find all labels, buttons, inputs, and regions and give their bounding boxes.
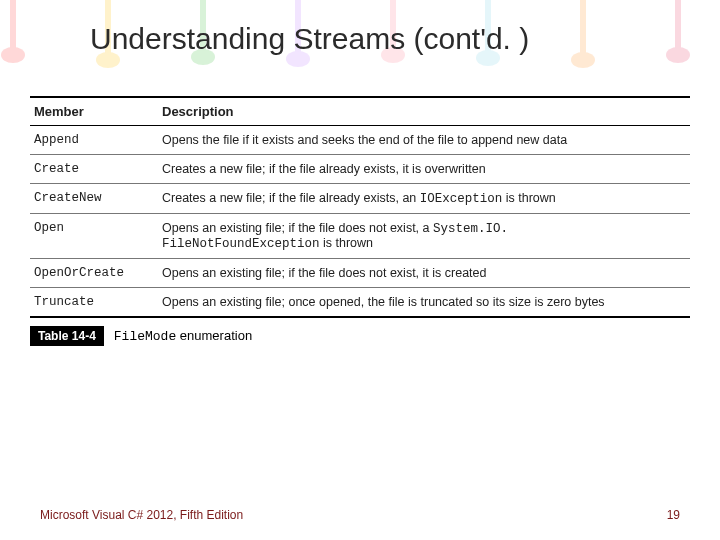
caption-text: FileMode enumeration [114, 328, 252, 344]
cell-member: Append [30, 126, 158, 155]
cell-description: Creates a new file; if the file already … [158, 184, 690, 214]
enumeration-table: Member Description Append Opens the file… [30, 96, 690, 346]
svg-point-1 [1, 47, 25, 63]
cell-member: Truncate [30, 288, 158, 318]
page-number: 19 [667, 508, 680, 522]
footer-left: Microsoft Visual C# 2012, Fifth Edition [40, 508, 243, 522]
slide-footer: Microsoft Visual C# 2012, Fifth Edition … [40, 508, 680, 522]
table-row: Open Opens an existing file; if the file… [30, 214, 690, 259]
col-header-member: Member [30, 97, 158, 126]
cell-description: Opens an existing file; if the file does… [158, 214, 690, 259]
cell-member: Create [30, 155, 158, 184]
cell-member: CreateNew [30, 184, 158, 214]
table-row: Truncate Opens an existing file; once op… [30, 288, 690, 318]
table-row: Append Opens the file if it exists and s… [30, 126, 690, 155]
cell-description: Opens an existing file; if the file does… [158, 259, 690, 288]
cell-member: Open [30, 214, 158, 259]
svg-rect-0 [10, 0, 16, 50]
col-header-description: Description [158, 97, 690, 126]
table-caption: Table 14-4 FileMode enumeration [30, 326, 690, 346]
cell-member: OpenOrCreate [30, 259, 158, 288]
table-row: CreateNew Creates a new file; if the fil… [30, 184, 690, 214]
cell-description: Creates a new file; if the file already … [158, 155, 690, 184]
table-row: Create Creates a new file; if the file a… [30, 155, 690, 184]
table-row: OpenOrCreate Opens an existing file; if … [30, 259, 690, 288]
cell-description: Opens an existing file; once opened, the… [158, 288, 690, 318]
cell-description: Opens the file if it exists and seeks th… [158, 126, 690, 155]
caption-badge: Table 14-4 [30, 326, 104, 346]
slide-title: Understanding Streams (cont'd. ) [90, 22, 720, 56]
